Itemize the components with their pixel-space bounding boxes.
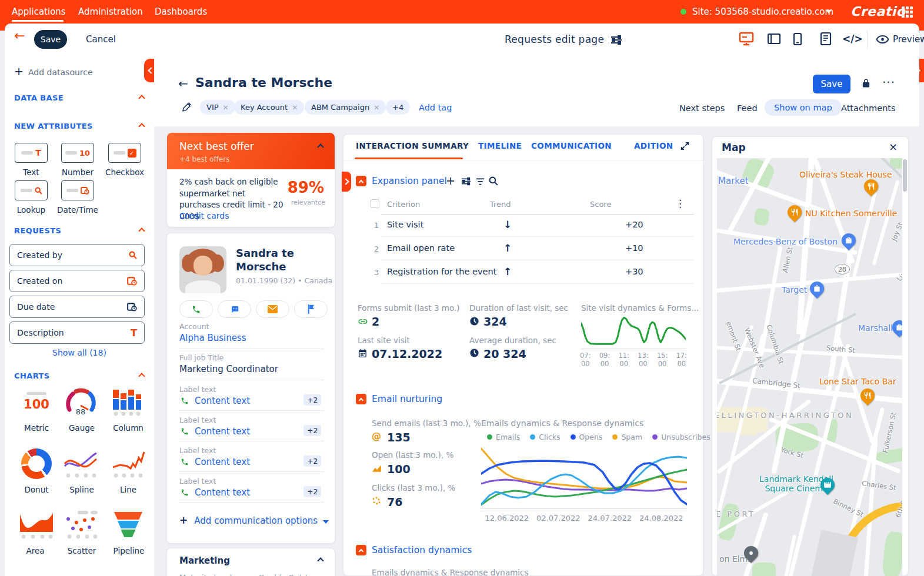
email-button[interactable] (256, 300, 289, 318)
attr-tile-text[interactable]: T (15, 143, 48, 163)
preview-button[interactable]: Preview (893, 34, 924, 45)
panel-expander-tab[interactable] (342, 172, 351, 192)
map-poi-label[interactable]: Lone Star Taco Bar (819, 377, 896, 386)
collapse-expansion-icon[interactable] (356, 176, 366, 186)
view-tab-next-steps[interactable]: Next steps (679, 103, 725, 113)
chart-tile-line[interactable] (112, 451, 145, 481)
collapse-offer-icon[interactable] (317, 143, 323, 150)
remove-tag-icon[interactable]: × (373, 103, 379, 112)
add-row-icon[interactable]: + (446, 174, 455, 187)
chat-button[interactable] (218, 300, 251, 318)
section-charts[interactable]: CHARTS (14, 371, 50, 380)
expand-panel-icon[interactable] (680, 141, 690, 151)
nav-dashboards[interactable]: Dashboards (155, 6, 207, 17)
chart-tile-metric[interactable]: 100 (20, 391, 53, 411)
collapse-email-nurturing-icon[interactable] (356, 394, 366, 404)
comm-row-value[interactable]: Content text (195, 457, 250, 467)
remove-tag-icon[interactable]: × (292, 103, 298, 112)
record-save-button[interactable]: Save (813, 75, 850, 93)
tab-interaction-summary[interactable]: INTERACTION SUMMARY (356, 141, 469, 150)
settings-sliders-icon[interactable] (461, 177, 471, 186)
add-datasource-button[interactable]: Add datasource (28, 68, 93, 77)
back-arrow-icon[interactable]: ← (14, 28, 25, 43)
chart-tile-column[interactable] (112, 389, 142, 419)
field-description[interactable]: Description T (9, 322, 145, 344)
section-requests[interactable]: REQUESTS (14, 226, 61, 235)
show-all-link[interactable]: Show all (18) (5, 348, 154, 357)
offer-credit-cards-link[interactable]: Credit cards (179, 211, 229, 220)
tab-adition[interactable]: ADITION (634, 141, 673, 150)
field-created-by[interactable]: Created by (9, 244, 145, 266)
tag-vip[interactable]: VIP× (200, 100, 235, 115)
comm-row-badge[interactable]: +2 (303, 425, 321, 436)
site-selector[interactable]: Site: 503568-studio.creatio.com (692, 6, 833, 17)
chart-tile-scatter[interactable] (65, 510, 99, 542)
map-poi-label[interactable]: Marshalls (858, 323, 897, 333)
app-grid-icon[interactable] (902, 6, 913, 18)
chart-tile-pipeline[interactable] (114, 512, 142, 537)
chart-tile-area[interactable] (19, 510, 54, 542)
map-scrollbar-thumb[interactable] (903, 159, 907, 192)
legend-item-opens[interactable]: Opens (571, 433, 603, 441)
lock-icon[interactable] (861, 77, 871, 89)
attr-tile-checkbox[interactable]: ✓ (108, 143, 141, 163)
map-poi-label[interactable]: Mercedes-Benz of Boston (733, 237, 838, 246)
nav-administration[interactable]: Administration (78, 6, 143, 17)
flag-button[interactable] (294, 300, 328, 318)
map-canvas[interactable]: 28 MarketOliveira's Steak HouseNU Kitche… (717, 158, 902, 576)
col-trend[interactable]: Trend (490, 200, 511, 209)
collapse-requests-icon[interactable] (138, 227, 145, 234)
preview-eye-icon[interactable] (876, 35, 889, 43)
collapse-satisfaction-icon[interactable] (356, 545, 366, 555)
chart-tile-gauge[interactable]: 88 (64, 386, 98, 419)
tab-timeline[interactable]: TIMELINE (478, 141, 522, 150)
table-menu-icon[interactable]: ⋮ (675, 197, 685, 209)
legend-item-unsubscribes[interactable]: Unsubscribes (652, 433, 710, 441)
filter-icon[interactable] (476, 178, 485, 186)
designer-cancel-button[interactable]: Cancel (86, 34, 116, 45)
legend-item-spam[interactable]: Spam (612, 433, 642, 441)
add-communication-options[interactable]: + Add communication options (179, 514, 329, 526)
tag-abm-campaign[interactable]: ABM Campaign× (305, 100, 386, 115)
col-score[interactable]: Score (590, 200, 611, 209)
view-tab-attachments[interactable]: Attachments (841, 103, 896, 113)
site-caret-icon[interactable] (826, 10, 832, 14)
map-poi-label[interactable]: Target (782, 285, 807, 294)
account-link[interactable]: Alpha Business (179, 333, 246, 343)
search-icon[interactable] (489, 176, 498, 186)
legend-item-clicks[interactable]: Clicks (530, 433, 560, 441)
legend-item-emails[interactable]: Emails (487, 433, 520, 441)
tablet-view-icon[interactable] (767, 33, 781, 45)
record-back-arrow[interactable]: ← (178, 76, 188, 91)
chart-tile-donut[interactable] (21, 448, 52, 479)
col-criterion[interactable]: Criterion (387, 200, 420, 209)
view-tab-show-on-map[interactable]: Show on map (765, 99, 842, 116)
comm-row-badge[interactable]: +2 (303, 486, 321, 497)
form-structure-icon[interactable] (820, 32, 832, 46)
comm-row-value[interactable]: Content text (195, 487, 250, 498)
phone-view-icon[interactable] (793, 32, 802, 46)
map-poi-label[interactable]: Market (718, 176, 749, 186)
comm-row-badge[interactable]: +2 (303, 456, 321, 467)
nav-applications[interactable]: Applications (12, 6, 66, 17)
collapse-marketing-icon[interactable] (317, 557, 323, 564)
tag-more[interactable]: +4 (386, 100, 410, 115)
code-view-icon[interactable]: </> (842, 33, 863, 45)
collapse-charts-icon[interactable] (138, 373, 145, 379)
view-tab-feed[interactable]: Feed (737, 103, 758, 113)
remove-tag-icon[interactable]: × (223, 103, 229, 112)
comm-row-value[interactable]: Content text (195, 396, 250, 406)
designer-save-button[interactable]: Save (34, 30, 67, 49)
attr-tile-datetime[interactable] (61, 180, 94, 200)
collapse-new-attributes-icon[interactable] (138, 123, 145, 129)
collapse-database-icon[interactable] (138, 95, 145, 101)
select-all-checkbox[interactable] (371, 199, 379, 208)
map-close-icon[interactable]: × (889, 140, 898, 153)
tag-key-account[interactable]: Key Account× (234, 100, 304, 115)
page-settings-icon[interactable] (611, 35, 622, 45)
map-pin-restaurant[interactable] (861, 176, 881, 196)
add-tag-button[interactable]: Add tag (419, 103, 452, 112)
tag-pen-icon[interactable] (181, 101, 192, 113)
chart-tile-spline[interactable] (64, 451, 98, 481)
attr-tile-lookup[interactable] (15, 180, 48, 200)
